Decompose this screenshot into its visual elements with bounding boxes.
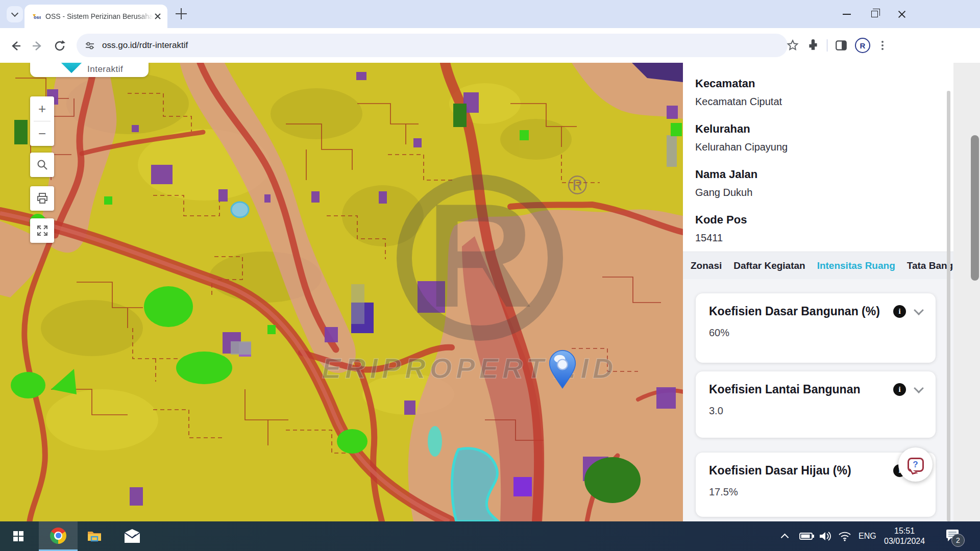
toolbar-right: R bbox=[786, 28, 888, 63]
window-minimize-button[interactable] bbox=[833, 0, 861, 28]
extensions-icon[interactable] bbox=[806, 39, 820, 52]
start-button[interactable] bbox=[6, 521, 31, 551]
window-restore-button[interactable] bbox=[861, 0, 888, 28]
field-nama-jalan: Nama Jalan Gang Dukuh bbox=[695, 167, 940, 199]
tray-expand-button[interactable] bbox=[782, 521, 788, 551]
card-value: 3.0 bbox=[709, 405, 936, 417]
taskbar-mail-button[interactable] bbox=[119, 521, 145, 551]
panel-tabs: Zonasi Daftar Kegiatan Intensitas Ruang … bbox=[683, 252, 953, 279]
field-kelurahan: Kelurahan Kelurahan Cipayung bbox=[695, 122, 940, 154]
map-canvas[interactable]: R ® ERIPROPERTY.ID Interaktif + − bbox=[0, 63, 683, 521]
field-kecamatan: Kecamatan Kecamatan Ciputat bbox=[695, 77, 940, 109]
side-panel-icon[interactable] bbox=[835, 39, 848, 52]
tab-close-icon[interactable] bbox=[153, 12, 162, 21]
chevron-down-icon[interactable] bbox=[914, 383, 924, 393]
question-mark: ? bbox=[913, 460, 918, 470]
browser-tabstrip: oss OSS - Sistem Perizinan Berusaha bbox=[0, 0, 980, 28]
svg-text:oss: oss bbox=[34, 15, 41, 20]
minimize-icon bbox=[843, 14, 851, 15]
chrome-icon bbox=[50, 528, 66, 544]
tab-zonasi[interactable]: Zonasi bbox=[691, 260, 722, 271]
search-icon bbox=[36, 159, 48, 171]
window-controls bbox=[833, 0, 916, 28]
windows-logo-icon bbox=[13, 531, 23, 541]
taskbar-chrome-button[interactable] bbox=[39, 521, 78, 551]
logo-watermark: R bbox=[404, 172, 555, 338]
network-button[interactable] bbox=[838, 521, 851, 551]
svg-text:R: R bbox=[426, 172, 533, 338]
field-label: Nama Jalan bbox=[695, 167, 940, 182]
site-settings-icon[interactable] bbox=[84, 39, 96, 52]
rdtr-logo-icon bbox=[61, 63, 82, 73]
url-text: oss.go.id/rdtr-interaktif bbox=[102, 40, 188, 51]
new-tab-button[interactable] bbox=[176, 8, 187, 19]
rdtr-logo-text: Interaktif bbox=[87, 64, 123, 74]
map-fullscreen-button[interactable] bbox=[30, 218, 54, 243]
date-label: 03/01/2024 bbox=[884, 536, 925, 546]
fullscreen-icon bbox=[36, 224, 48, 237]
card-klb: Koefisien Lantai Bangunan i 3.0 bbox=[696, 371, 936, 438]
chevron-down-icon bbox=[11, 10, 18, 17]
field-value: 15411 bbox=[695, 231, 940, 245]
chevron-up-icon bbox=[781, 534, 789, 542]
field-value: Kecamatan Ciputat bbox=[695, 95, 940, 109]
page-content: R ® ERIPROPERTY.ID Interaktif + − bbox=[0, 63, 980, 521]
notification-badge: 2 bbox=[951, 534, 965, 547]
notification-center-button[interactable]: 2 bbox=[945, 521, 960, 551]
zoom-control: + − bbox=[30, 96, 54, 146]
avatar-letter: R bbox=[860, 41, 866, 50]
info-icon[interactable]: i bbox=[893, 383, 906, 396]
card-value: 60% bbox=[709, 327, 936, 339]
mail-icon bbox=[124, 529, 141, 544]
file-explorer-icon bbox=[86, 528, 103, 544]
clock[interactable]: 15:51 03/01/2024 bbox=[884, 521, 937, 551]
map-print-button[interactable] bbox=[30, 186, 54, 211]
help-button[interactable]: ? bbox=[898, 447, 933, 482]
back-button[interactable] bbox=[9, 39, 22, 53]
chevron-down-icon[interactable] bbox=[914, 305, 924, 315]
window-close-button[interactable] bbox=[888, 0, 916, 28]
registered-mark-watermark: ® bbox=[568, 170, 587, 200]
print-icon bbox=[36, 192, 48, 205]
help-bubble-icon: ? bbox=[908, 458, 924, 472]
info-icon[interactable]: i bbox=[893, 305, 906, 318]
tab-search-button[interactable] bbox=[7, 6, 23, 22]
location-fields: Kecamatan Kecamatan Ciputat Kelurahan Ke… bbox=[695, 77, 940, 258]
card-kdb: Koefisien Dasar Bangunan (%) i 60% bbox=[696, 293, 936, 363]
bookmark-star-icon[interactable] bbox=[786, 39, 799, 52]
field-label: Kode Pos bbox=[695, 213, 940, 227]
rdtr-logo-bar: Interaktif bbox=[30, 63, 149, 77]
page-scrollbar-thumb[interactable] bbox=[971, 135, 979, 281]
battery-status[interactable] bbox=[799, 521, 815, 551]
browser-menu-icon[interactable] bbox=[881, 44, 884, 46]
field-label: Kelurahan bbox=[695, 122, 940, 136]
reload-button[interactable] bbox=[53, 39, 66, 53]
map-search-button[interactable] bbox=[30, 153, 54, 177]
field-kode-pos: Kode Pos 15411 bbox=[695, 213, 940, 245]
profile-avatar[interactable]: R bbox=[855, 38, 870, 53]
windows-taskbar: ENG 15:51 03/01/2024 2 bbox=[0, 521, 980, 551]
field-value: Kelurahan Cipayung bbox=[695, 140, 940, 154]
card-title: Koefisien Lantai Bangunan bbox=[709, 383, 893, 396]
page-scrollbar-track[interactable] bbox=[953, 63, 980, 521]
zoom-in-button[interactable]: + bbox=[30, 96, 54, 121]
card-title: Koefisien Dasar Bangunan (%) bbox=[709, 305, 893, 318]
zoom-out-button[interactable]: − bbox=[30, 121, 54, 146]
tab-intensitas-ruang[interactable]: Intensitas Ruang bbox=[817, 260, 895, 271]
forward-button[interactable] bbox=[31, 39, 44, 53]
language-label: ENG bbox=[859, 532, 876, 541]
tab-daftar-kegiatan[interactable]: Daftar Kegiatan bbox=[733, 260, 805, 271]
tab-title: OSS - Sistem Perizinan Berusaha bbox=[45, 12, 153, 20]
screen: oss OSS - Sistem Perizinan Berusaha bbox=[0, 0, 980, 551]
volume-button[interactable] bbox=[819, 521, 833, 551]
toolbar-divider bbox=[827, 39, 827, 52]
url-bar[interactable]: oss.go.id/rdtr-interaktif bbox=[77, 34, 788, 57]
wifi-icon bbox=[838, 531, 851, 541]
browser-toolbar: oss.go.id/rdtr-interaktif R bbox=[0, 28, 980, 63]
taskbar-explorer-button[interactable] bbox=[82, 521, 107, 551]
panel-scrollbar[interactable] bbox=[947, 91, 950, 521]
language-indicator[interactable]: ENG bbox=[859, 521, 876, 551]
battery-icon bbox=[799, 532, 815, 540]
field-value: Gang Dukuh bbox=[695, 186, 940, 199]
browser-tab[interactable]: oss OSS - Sistem Perizinan Berusaha bbox=[24, 5, 167, 28]
